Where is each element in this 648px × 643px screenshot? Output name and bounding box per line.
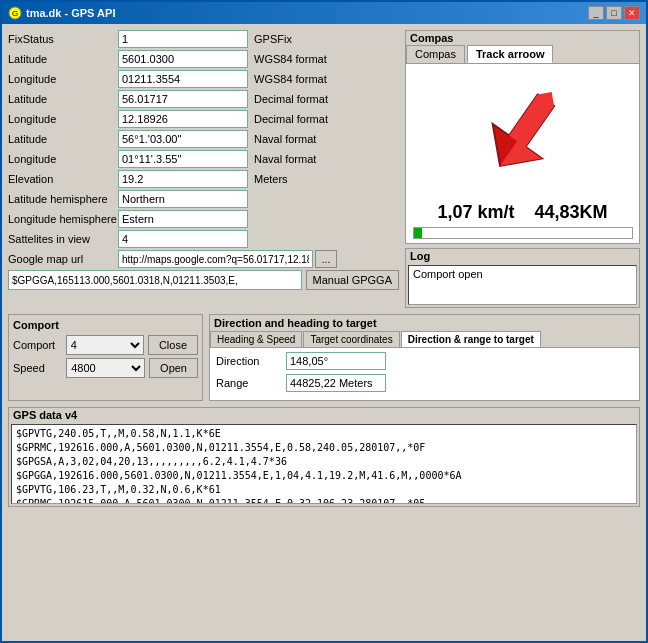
comport-direction-section: Comport Comport 4 1 2 3 Close Speed 4800 xyxy=(8,314,640,401)
input-lat3[interactable] xyxy=(118,130,248,148)
close-button[interactable]: ✕ xyxy=(624,6,640,20)
gps-data-line: $GPRMC,192615.000,A,5601.0300,N,01211.35… xyxy=(16,497,632,504)
input-elev[interactable] xyxy=(118,170,248,188)
tab-compas[interactable]: Compas xyxy=(406,45,465,63)
manual-gpgga-button[interactable]: Manual GPGGA xyxy=(306,270,399,290)
label-lat3: Latitude xyxy=(8,133,118,145)
direction-value-input[interactable] xyxy=(286,352,386,370)
field-row-lat2: Latitude Decimal format xyxy=(8,90,399,108)
tab-heading-speed[interactable]: Heading & Speed xyxy=(210,331,302,347)
left-panel: FixStatus GPSFix Latitude WGS84 format L… xyxy=(8,30,399,308)
compass-group: Compas Compas Track arroow xyxy=(405,30,640,244)
field-row-lon1: Longitude WGS84 format xyxy=(8,70,399,88)
field-row-lon2: Longitude Decimal format xyxy=(8,110,399,128)
compass-tab-bar: Compas Track arroow xyxy=(406,45,639,64)
direction-group: Direction and heading to target Heading … xyxy=(209,314,640,401)
log-text: Comport open xyxy=(413,268,483,280)
main-content: FixStatus GPSFix Latitude WGS84 format L… xyxy=(2,24,646,641)
suffix-elev: Meters xyxy=(254,173,288,185)
field-row-fixstatus: FixStatus GPSFix xyxy=(8,30,399,48)
label-elev: Elevation xyxy=(8,173,118,185)
direction-row: Direction xyxy=(216,352,633,370)
label-lonhemi: Longitude hemisphere xyxy=(8,213,118,225)
log-group: Log Comport open xyxy=(405,248,640,308)
speed-select[interactable]: 4800 9600 19200 xyxy=(66,358,145,378)
title-buttons: _ □ ✕ xyxy=(588,6,640,20)
close-comport-button[interactable]: Close xyxy=(148,335,198,355)
field-row-elev: Elevation Meters xyxy=(8,170,399,188)
range-row: Range xyxy=(216,374,633,392)
speed-label: Speed xyxy=(13,362,62,374)
input-lat2[interactable] xyxy=(118,90,248,108)
field-row-lathemi: Latitude hemisphere xyxy=(8,190,399,208)
field-row-sats: Sattelites in view xyxy=(8,230,399,248)
field-row-lat3: Latitude Naval format xyxy=(8,130,399,148)
google-map-row: Google map url ... xyxy=(8,250,399,268)
suffix-lon1: WGS84 format xyxy=(254,73,327,85)
gps-data-line: $GPGSA,A,3,02,04,20,13,,,,,,,,,6.2,4.1,4… xyxy=(16,455,632,469)
suffix-lat3: Naval format xyxy=(254,133,316,145)
speed-row: Speed 4800 9600 19200 Open xyxy=(13,358,198,378)
input-lon1[interactable] xyxy=(118,70,248,88)
open-comport-button[interactable]: Open xyxy=(149,358,198,378)
direction-label: Direction xyxy=(216,355,286,367)
suffix-fixstatus: GPSFix xyxy=(254,33,292,45)
label-lon2: Longitude xyxy=(8,113,118,125)
suffix-lat2: Decimal format xyxy=(254,93,328,105)
log-content: Comport open xyxy=(408,265,637,305)
input-sats[interactable] xyxy=(118,230,248,248)
label-lon1: Longitude xyxy=(8,73,118,85)
comport-select[interactable]: 4 1 2 3 xyxy=(66,335,144,355)
progress-fill xyxy=(414,228,422,238)
suffix-lon2: Decimal format xyxy=(254,113,328,125)
compass-content: 1,07 km/t 44,83KM xyxy=(406,64,639,243)
label-lon3: Longitude xyxy=(8,153,118,165)
suffix-lat1: WGS84 format xyxy=(254,53,327,65)
speed-distance-row: 1,07 km/t 44,83KM xyxy=(437,202,607,223)
app-icon: G xyxy=(8,6,22,20)
field-row-lon3: Longitude Naval format xyxy=(8,150,399,168)
range-value-input[interactable] xyxy=(286,374,386,392)
google-map-button[interactable]: ... xyxy=(315,250,337,268)
arrow-container xyxy=(433,68,613,198)
gps-data-line: $GPVTG,106.23,T,,M,0.32,N,0.6,K*61 xyxy=(16,483,632,497)
label-lat1: Latitude xyxy=(8,53,118,65)
label-lathemi: Latitude hemisphere xyxy=(8,193,118,205)
distance-display: 44,83KM xyxy=(535,202,608,223)
speed-display: 1,07 km/t xyxy=(437,202,514,223)
gps-data-line: $GPRMC,192616.000,A,5601.0300,N,01211.35… xyxy=(16,441,632,455)
input-lathemi[interactable] xyxy=(118,190,248,208)
title-bar: G tma.dk - GPS API _ □ ✕ xyxy=(2,2,646,24)
nmea-input[interactable] xyxy=(8,270,302,290)
comport-title: Comport xyxy=(13,319,198,331)
nmea-row: Manual GPGGA xyxy=(8,270,399,290)
label-sats: Sattelites in view xyxy=(8,233,118,245)
tab-target-coords[interactable]: Target coordinates xyxy=(303,331,399,347)
input-lon2[interactable] xyxy=(118,110,248,128)
maximize-button[interactable]: □ xyxy=(606,6,622,20)
tab-track-arrow[interactable]: Track arroow xyxy=(467,45,553,63)
minimize-button[interactable]: _ xyxy=(588,6,604,20)
main-window: G tma.dk - GPS API _ □ ✕ FixStatus GPSFi… xyxy=(0,0,648,643)
field-row-lat1: Latitude WGS84 format xyxy=(8,50,399,68)
progress-bar xyxy=(413,227,633,239)
gps-data-content: $GPVTG,240.05,T,,M,0.58,N,1.1,K*6E$GPRMC… xyxy=(11,424,637,504)
direction-content: Direction Range xyxy=(210,348,639,400)
input-lon3[interactable] xyxy=(118,150,248,168)
input-fixstatus[interactable] xyxy=(118,30,248,48)
comport-row: Comport 4 1 2 3 Close xyxy=(13,335,198,355)
compass-group-title: Compas xyxy=(406,31,639,45)
input-lonhemi[interactable] xyxy=(118,210,248,228)
range-label: Range xyxy=(216,377,286,389)
tab-direction-range[interactable]: Direction & range to target xyxy=(401,331,541,347)
top-section: FixStatus GPSFix Latitude WGS84 format L… xyxy=(8,30,640,308)
gps-data-title: GPS data v4 xyxy=(9,408,639,422)
field-row-lonhemi: Longitude hemisphere xyxy=(8,210,399,228)
input-google[interactable] xyxy=(118,250,313,268)
gps-data-group: GPS data v4 $GPVTG,240.05,T,,M,0.58,N,1.… xyxy=(8,407,640,507)
title-bar-left: G tma.dk - GPS API xyxy=(8,6,115,20)
input-lat1[interactable] xyxy=(118,50,248,68)
direction-arrow xyxy=(453,73,593,193)
comport-label: Comport xyxy=(13,339,62,351)
gps-data-line: $GPVTG,240.05,T,,M,0.58,N,1.1,K*6E xyxy=(16,427,632,441)
